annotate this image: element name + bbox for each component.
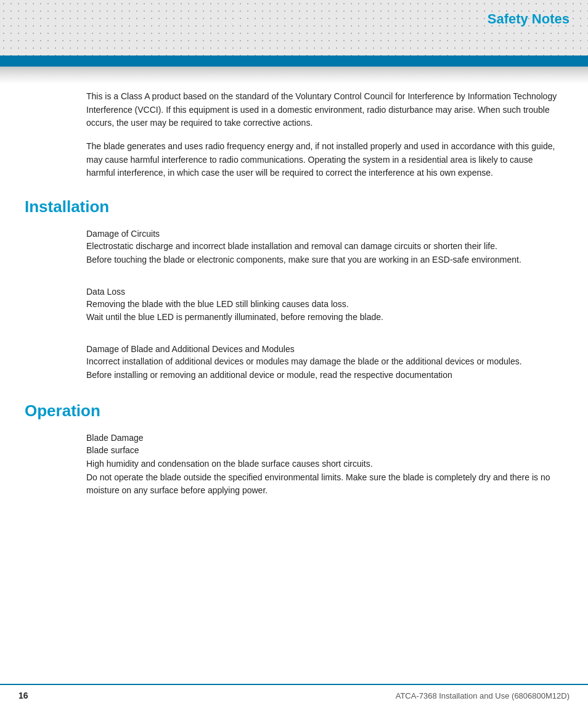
- warning-title-circuits: Damage of Circuits: [86, 229, 563, 239]
- warning-title-damage: Damage of Blade and Additional Devices a…: [86, 344, 563, 354]
- warning-title-dataloss: Data Loss: [86, 287, 563, 297]
- section-heading-installation: Installation: [25, 197, 563, 216]
- intro-paragraph-2: The blade generates and uses radio frequ…: [86, 140, 563, 180]
- main-content: This is a Class A product based on the s…: [0, 84, 588, 536]
- warning-block-damage: Damage of Blade and Additional Devices a…: [86, 344, 563, 382]
- warning-block-blade: Blade Damage Blade surfaceHigh humidity …: [86, 433, 563, 498]
- page-title: Safety Notes: [488, 11, 570, 27]
- header-title-area: Safety Notes: [0, 0, 588, 27]
- warning-body-circuits: Electrostatic discharge and incorrect bl…: [86, 240, 563, 266]
- section-heading-operation: Operation: [25, 401, 563, 421]
- header-pattern: Safety Notes: [0, 0, 588, 55]
- warning-body-damage: Incorrect installation of additional dev…: [86, 355, 563, 382]
- footer-document-name: ATCA-7368 Installation and Use (6806800M…: [396, 691, 570, 700]
- footer: 16 ATCA-7368 Installation and Use (68068…: [0, 684, 588, 706]
- blue-bar: [0, 55, 588, 67]
- gray-bar: [0, 67, 588, 84]
- warning-body-blade: Blade surfaceHigh humidity and condensat…: [86, 444, 563, 498]
- warning-block-circuits: Damage of Circuits Electrostatic dischar…: [86, 229, 563, 266]
- footer-page-number: 16: [18, 691, 28, 700]
- warning-title-blade: Blade Damage: [86, 433, 563, 443]
- warning-block-dataloss: Data Loss Removing the blade with the bl…: [86, 287, 563, 324]
- intro-paragraph-1: This is a Class A product based on the s…: [86, 90, 563, 130]
- warning-body-dataloss: Removing the blade with the blue LED sti…: [86, 298, 563, 324]
